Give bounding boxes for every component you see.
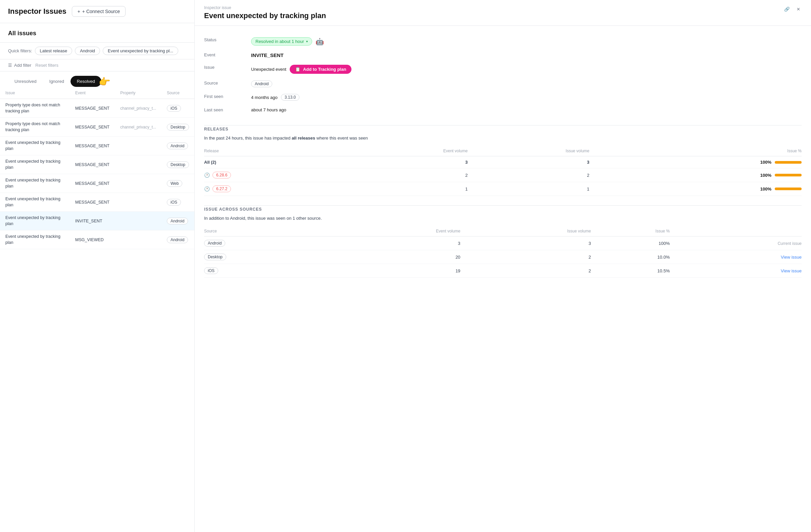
source-badge: Desktop: [167, 161, 189, 168]
table-row[interactable]: Event unexpected by tracking planMSG_VIE…: [0, 231, 194, 249]
source-badge: iOS: [204, 267, 218, 274]
last-seen-label: Last seen: [204, 104, 251, 116]
right-header-left: Inspector issue Event unexpected by trac…: [204, 5, 326, 20]
issue-volume-cell: 1: [468, 182, 590, 196]
sources-table-row: iOS19210.5%View issue: [204, 264, 801, 278]
table-row[interactable]: Event unexpected by tracking planINVITE_…: [0, 212, 194, 231]
sources-col-issue-volume: Issue volume: [460, 226, 591, 236]
action-cell[interactable]: View issue: [670, 250, 801, 264]
source-label: Source: [204, 77, 251, 91]
source-badge: Android: [204, 240, 225, 247]
issue-volume-cell: 3: [460, 236, 591, 250]
right-content: Status Resolved in about 1 hour ▾ 🤖 Even…: [195, 26, 811, 532]
property-cell: [115, 193, 162, 212]
issues-table: Issue Event Property Source Property typ…: [0, 87, 194, 249]
filter-chip-android[interactable]: Android: [75, 47, 100, 55]
col-event: Event: [70, 87, 115, 99]
source-cell: Android: [162, 137, 194, 155]
issue-volume-cell: 3: [468, 156, 590, 168]
issue-cell: Event unexpected by tracking plan: [0, 231, 70, 249]
source-badge: Desktop: [204, 254, 226, 260]
clock-icon: 🕐: [204, 186, 210, 191]
pct-bar: [775, 161, 801, 164]
tracking-plan-icon: 📋: [295, 67, 301, 72]
right-header: Inspector issue Event unexpected by trac…: [195, 0, 811, 26]
release-chip[interactable]: 6.27.2: [213, 186, 231, 192]
pct-value: 100%: [760, 187, 771, 191]
issue-text: Event unexpected by tracking plan: [5, 215, 60, 226]
issue-volume-cell: 2: [460, 264, 591, 278]
event-volume-cell: 19: [326, 264, 460, 278]
source-badge: Android: [167, 236, 188, 243]
left-header: Inspector Issues + + Connect Source: [0, 0, 194, 23]
source-value-row: Android: [251, 77, 801, 91]
col-issue: Issue: [0, 87, 70, 99]
sources-col-issue-pct: Issue %: [591, 226, 670, 236]
table-row[interactable]: Event unexpected by tracking planMESSAGE…: [0, 193, 194, 212]
table-row[interactable]: Event unexpected by tracking planMESSAGE…: [0, 174, 194, 193]
chevron-down-icon: ▾: [306, 40, 308, 43]
table-row[interactable]: Event unexpected by tracking planMESSAGE…: [0, 155, 194, 174]
right-panel: Inspector issue Event unexpected by trac…: [195, 0, 811, 532]
event-volume-cell: 20: [326, 250, 460, 264]
add-filter-button[interactable]: ☰ Add filter: [8, 63, 31, 68]
filter-chip-event-unexpected[interactable]: Event unexpected by tracking pl...: [103, 47, 178, 55]
event-cell: MESSAGE_SENT: [70, 99, 115, 118]
source-badge: Android: [251, 80, 272, 87]
issue-cell: Event unexpected by tracking plan: [0, 174, 70, 193]
filter-chip-latest-release[interactable]: Latest release: [35, 47, 73, 55]
event-text: MESSAGE_SENT: [75, 125, 109, 129]
quick-filters-label: Quick filters:: [8, 48, 32, 53]
table-row[interactable]: Property type does not match tracking pl…: [0, 118, 194, 137]
tab-resolved[interactable]: Resolved: [71, 76, 102, 87]
property-cell: channel_privacy_t...: [115, 99, 162, 118]
source-badge: Desktop: [167, 124, 189, 130]
all-issues-heading: All issues: [8, 30, 186, 37]
link-button[interactable]: 🔗: [783, 5, 791, 13]
table-row[interactable]: Event unexpected by tracking planMESSAGE…: [0, 137, 194, 155]
sources-table-row: Android33100%Current issue: [204, 236, 801, 250]
view-issue-link[interactable]: View issue: [781, 268, 801, 273]
table-row[interactable]: Property type does not match tracking pl…: [0, 99, 194, 118]
release-chip[interactable]: 6.28.6: [213, 172, 231, 178]
tab-unresolved[interactable]: Unresolved: [8, 76, 43, 87]
version-badge: 3.13.0: [281, 94, 300, 100]
close-icon: ✕: [797, 7, 800, 12]
issue-text: Event unexpected by tracking plan: [5, 197, 60, 207]
source-cell: Android: [162, 231, 194, 249]
link-icon: 🔗: [784, 7, 790, 12]
event-volume-cell: 3: [342, 156, 468, 168]
event-text: MESSAGE_SENT: [75, 181, 109, 186]
issue-cell: Event unexpected by tracking plan: [0, 193, 70, 212]
status-badge[interactable]: Resolved in about 1 hour ▾: [251, 37, 312, 46]
clock-icon: 🕐: [204, 172, 210, 178]
releases-desc-2: where this event was seen: [317, 136, 368, 141]
reset-filters-button[interactable]: Reset filters: [35, 63, 58, 68]
tab-ignored[interactable]: Ignored: [43, 76, 71, 87]
source-cell: iOS: [162, 99, 194, 118]
event-cell: MESSAGE_SENT: [70, 118, 115, 137]
issue-volume-cell: 2: [468, 168, 590, 182]
event-volume-cell: 2: [342, 168, 468, 182]
last-seen-value: about 7 hours ago: [251, 104, 801, 116]
releases-col-release: Release: [204, 146, 342, 156]
property-cell: [115, 137, 162, 155]
view-issue-link[interactable]: View issue: [781, 255, 801, 260]
issue-cell: Event unexpected by tracking plan: [0, 137, 70, 155]
add-to-tracking-plan-button[interactable]: 📋 Add to Tracking plan: [290, 65, 352, 74]
issue-text: Unexpected event: [251, 67, 286, 72]
first-seen-value-row: 4 months ago 3.13.0: [251, 91, 801, 104]
connect-source-button[interactable]: + + Connect Source: [72, 6, 126, 17]
table-header-row: Issue Event Property Source: [0, 87, 194, 99]
source-cell: Desktop: [204, 250, 326, 264]
col-source: Source: [162, 87, 194, 99]
issue-title: Event unexpected by tracking plan: [204, 11, 326, 20]
property-cell: [115, 212, 162, 231]
event-label: Event: [204, 49, 251, 61]
releases-desc-bold: all releases: [292, 136, 315, 141]
robot-icon: 🤖: [316, 37, 324, 46]
pct-value: 100%: [760, 173, 771, 178]
close-button[interactable]: ✕: [795, 5, 801, 13]
issues-table-container: Issue Event Property Source Property typ…: [0, 87, 194, 532]
action-cell[interactable]: View issue: [670, 264, 801, 278]
